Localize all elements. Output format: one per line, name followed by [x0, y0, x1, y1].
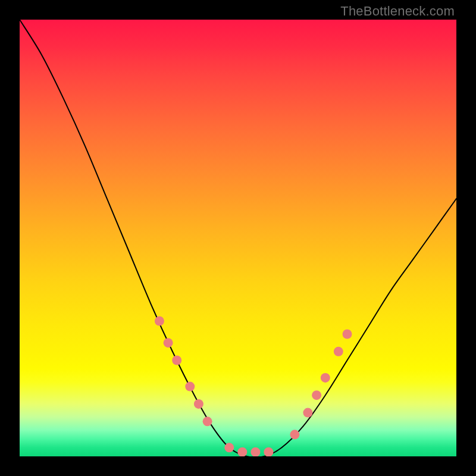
watermark-text: TheBottleneck.com: [340, 4, 455, 19]
data-marker: [224, 443, 234, 452]
marker-layer: [155, 317, 352, 457]
chart-svg: [20, 20, 456, 456]
data-marker: [172, 356, 181, 365]
data-marker: [264, 447, 273, 456]
data-marker: [290, 430, 299, 439]
data-marker: [334, 347, 343, 356]
chart-frame: TheBottleneck.com: [0, 0, 476, 476]
data-marker: [237, 447, 247, 456]
data-marker: [343, 330, 352, 339]
data-marker: [155, 317, 164, 326]
bottleneck-curve: [20, 20, 456, 456]
data-marker: [250, 447, 260, 456]
data-marker: [164, 338, 173, 347]
data-marker: [194, 399, 203, 409]
plot-area: [20, 20, 456, 456]
data-marker: [312, 390, 321, 400]
data-marker: [321, 373, 330, 383]
data-marker: [303, 408, 312, 418]
data-marker: [203, 416, 212, 426]
data-marker: [185, 382, 195, 392]
curve-layer: [20, 20, 456, 456]
